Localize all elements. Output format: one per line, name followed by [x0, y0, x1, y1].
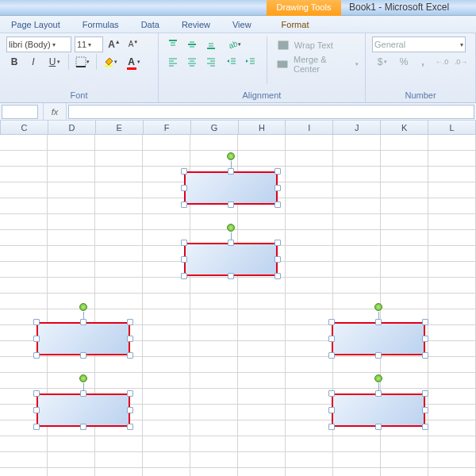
resize-handle[interactable] [181, 185, 187, 191]
resize-handle[interactable] [80, 319, 86, 325]
resize-handle[interactable] [33, 336, 40, 342]
resize-handle[interactable] [127, 319, 133, 325]
col-header[interactable]: K [381, 121, 428, 134]
resize-handle[interactable] [274, 256, 281, 263]
resize-handle[interactable] [127, 424, 133, 430]
col-header[interactable]: C [1, 121, 48, 134]
formula-input[interactable] [68, 105, 474, 119]
resize-handle[interactable] [33, 407, 40, 413]
col-header[interactable]: I [286, 121, 333, 134]
resize-handle[interactable] [328, 352, 335, 359]
resize-handle[interactable] [422, 352, 428, 359]
resize-handle[interactable] [328, 390, 335, 397]
align-middle-button[interactable] [184, 36, 200, 52]
orientation-button[interactable]: ab▾ [224, 36, 244, 52]
decrease-indent-button[interactable] [224, 54, 240, 70]
selected-shape[interactable] [179, 167, 282, 209]
selected-shape[interactable] [327, 317, 430, 360]
resize-handle[interactable] [375, 352, 382, 359]
resize-handle[interactable] [181, 273, 187, 279]
resize-handle[interactable] [328, 336, 335, 342]
resize-handle[interactable] [127, 390, 133, 397]
font-family-combo[interactable]: libri (Body)▾ [6, 36, 71, 52]
resize-handle[interactable] [181, 240, 187, 246]
resize-handle[interactable] [228, 273, 234, 279]
resize-handle[interactable] [33, 319, 40, 325]
resize-handle[interactable] [33, 390, 40, 397]
col-header[interactable]: L [428, 121, 476, 134]
decrease-font-button[interactable]: A▼ [125, 36, 141, 52]
resize-handle[interactable] [228, 168, 234, 175]
resize-handle[interactable] [328, 424, 335, 430]
selected-shape[interactable] [32, 317, 135, 360]
font-size-combo[interactable]: 11▾ [75, 36, 103, 52]
col-header[interactable]: G [191, 121, 239, 134]
resize-handle[interactable] [375, 424, 382, 430]
italic-button[interactable]: I [25, 54, 41, 70]
merge-center-button[interactable] [275, 56, 290, 72]
resize-handle[interactable] [422, 336, 428, 342]
resize-handle[interactable] [274, 273, 281, 279]
resize-handle[interactable] [127, 352, 133, 359]
resize-handle[interactable] [127, 336, 133, 342]
tab-view[interactable]: View [221, 17, 263, 32]
tab-review[interactable]: Review [171, 17, 221, 32]
decrease-decimal-button[interactable]: .0→ [453, 54, 469, 70]
resize-handle[interactable] [274, 240, 281, 246]
border-button[interactable]: ▾ [72, 54, 93, 70]
resize-handle[interactable] [181, 168, 187, 175]
currency-button[interactable]: $▾ [372, 54, 393, 70]
worksheet[interactable]: C D E F G H I J K L [0, 121, 476, 476]
tab-formulas[interactable]: Formulas [71, 17, 130, 32]
resize-handle[interactable] [80, 424, 86, 430]
col-header[interactable]: J [333, 121, 381, 134]
rotate-handle[interactable] [79, 303, 87, 311]
fill-color-button[interactable]: ▾ [100, 54, 121, 70]
cell-grid[interactable] [0, 135, 476, 476]
resize-handle[interactable] [422, 407, 428, 413]
increase-indent-button[interactable] [243, 54, 259, 70]
resize-handle[interactable] [33, 424, 40, 430]
increase-font-button[interactable]: A▲ [106, 36, 122, 52]
rectangle-shape[interactable] [36, 322, 130, 355]
resize-handle[interactable] [375, 390, 382, 397]
col-header[interactable]: E [96, 121, 144, 134]
selected-shape[interactable] [179, 238, 282, 281]
resize-handle[interactable] [33, 352, 40, 359]
align-right-button[interactable] [203, 54, 219, 70]
rotate-handle[interactable] [374, 374, 382, 382]
tab-data[interactable]: Data [130, 17, 171, 32]
wrap-text-button[interactable] [275, 37, 291, 53]
rotate-handle[interactable] [227, 224, 235, 232]
resize-handle[interactable] [127, 407, 133, 413]
resize-handle[interactable] [274, 168, 281, 175]
rotate-handle[interactable] [374, 303, 382, 311]
align-center-button[interactable] [184, 54, 200, 70]
tab-page-layout[interactable]: Page Layout [0, 17, 71, 32]
resize-handle[interactable] [274, 202, 281, 208]
resize-handle[interactable] [181, 256, 187, 263]
selected-shape[interactable] [32, 389, 135, 432]
resize-handle[interactable] [375, 319, 382, 325]
col-header[interactable]: H [239, 121, 286, 134]
bold-button[interactable]: B [6, 54, 22, 70]
increase-decimal-button[interactable]: ←.0 [434, 54, 450, 70]
resize-handle[interactable] [328, 319, 335, 325]
resize-handle[interactable] [181, 202, 187, 208]
align-left-button[interactable] [165, 54, 181, 70]
align-bottom-button[interactable] [203, 36, 219, 52]
resize-handle[interactable] [80, 352, 86, 359]
tab-format[interactable]: Format [271, 17, 321, 32]
resize-handle[interactable] [228, 240, 234, 246]
rectangle-shape[interactable] [184, 243, 278, 276]
resize-handle[interactable] [80, 390, 86, 397]
comma-button[interactable]: , [415, 54, 431, 70]
align-top-button[interactable] [165, 36, 181, 52]
rectangle-shape[interactable] [36, 393, 130, 427]
col-header[interactable]: F [144, 121, 191, 134]
resize-handle[interactable] [422, 390, 428, 397]
number-format-combo[interactable]: General▾ [372, 36, 466, 52]
resize-handle[interactable] [422, 319, 428, 325]
resize-handle[interactable] [274, 185, 281, 191]
col-header[interactable]: D [48, 121, 96, 134]
